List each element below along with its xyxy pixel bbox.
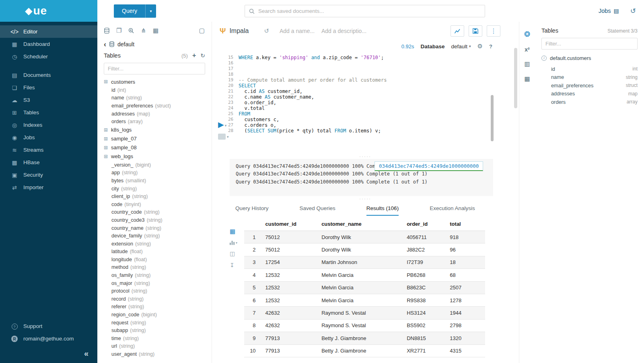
editor-scrollbar[interactable] xyxy=(491,95,494,141)
result-row[interactable]: 412532Melvin GarciaPB626868 xyxy=(244,269,485,281)
code-line[interactable]: 22 c.name AS customer_name, xyxy=(228,94,519,100)
query-history-icon[interactable]: ↺ xyxy=(264,27,269,35)
panel-scrollbar[interactable] xyxy=(514,48,517,108)
documents-copy-icon[interactable]: ❐ xyxy=(116,27,121,34)
jobs-link[interactable]: Jobs ▤ xyxy=(599,8,619,14)
column-item-subapp[interactable]: subapp(string) xyxy=(97,326,212,334)
column-item-orders[interactable]: orders(array) xyxy=(97,118,212,126)
database-breadcrumb[interactable]: default xyxy=(117,41,134,47)
more-actions-button[interactable]: ⋮ xyxy=(487,25,500,37)
nav-item-support[interactable]: ? Support xyxy=(0,320,97,332)
result-row[interactable]: 977913Betty J. GiambroneDN88151320 xyxy=(244,332,485,344)
column-item-version[interactable]: _version_(bigint) xyxy=(97,161,212,169)
column-item-region-code[interactable]: region_code(bigint) xyxy=(97,311,212,319)
table-item-k8s-logs[interactable]: ⊞k8s_logs xyxy=(97,126,212,134)
back-chevron-icon[interactable]: ‹ xyxy=(104,41,106,48)
query-dropdown-caret[interactable]: ▾ xyxy=(145,4,156,18)
nav-item-scheduler[interactable]: ◷Scheduler xyxy=(0,50,97,63)
result-row[interactable]: 275012Dorothy WilkJ882C296 xyxy=(244,243,485,256)
resize-handle-bottom[interactable] xyxy=(212,196,519,201)
gear-icon[interactable]: ⚙ xyxy=(477,43,483,50)
columns-view-icon[interactable]: ◫ xyxy=(230,250,235,257)
result-row[interactable]: 512532Melvin GarciaB8623C2507 xyxy=(244,282,485,294)
column-item-os-family[interactable]: os_family(string) xyxy=(97,271,212,279)
code-line[interactable]: 21 c.id AS customer_id, xyxy=(228,89,519,94)
new-query-button[interactable]: Query ▾ xyxy=(114,4,156,18)
nav-item-s3[interactable]: ☁S3 xyxy=(0,94,97,106)
code-line[interactable]: 26 customers c, xyxy=(228,117,519,122)
column-item-time[interactable]: time(string) xyxy=(97,334,212,342)
result-row[interactable]: 612532Melvin GarciaR9S8381278 xyxy=(244,294,485,307)
column-item-country-code3[interactable]: country_code3(string) xyxy=(97,216,212,224)
result-row[interactable]: 175012Dorothy Wilk4056711918 xyxy=(244,231,485,243)
code-line[interactable]: 19-- Compute total amount per order for … xyxy=(228,77,519,83)
code-line[interactable]: 25FROM xyxy=(228,111,519,117)
code-line[interactable]: 28 (SELECT SUM(price * qty) total FROM o… xyxy=(228,128,519,134)
nav-item-indexes[interactable]: ◎Indexes xyxy=(0,119,97,131)
column-item-app[interactable]: app(string) xyxy=(97,169,212,177)
column-item-orders[interactable]: ordersarray xyxy=(551,98,638,106)
apps-grid-icon[interactable]: ▦ xyxy=(153,27,158,34)
column-item-latitude[interactable]: latitude(float) xyxy=(97,248,212,256)
column-item-id[interactable]: id(int) xyxy=(97,86,212,94)
nav-item-security[interactable]: ▣Security xyxy=(0,169,97,181)
column-item-extension[interactable]: extension(string) xyxy=(97,240,212,248)
result-row[interactable]: 317254Martin JohnsonI72T3918 xyxy=(244,256,485,269)
execute-button[interactable]: ▶ xyxy=(218,121,224,128)
column-item-addresses[interactable]: addresses(map) xyxy=(97,110,212,118)
functions-icon[interactable]: x² xyxy=(525,46,529,53)
column-header-total[interactable]: total xyxy=(446,221,485,227)
column-item-email-preferences[interactable]: email_preferencesstruct xyxy=(551,81,638,90)
download-icon[interactable]: ↧ xyxy=(230,262,235,268)
column-header-order-id[interactable]: order_id xyxy=(403,221,446,227)
row-limit-button[interactable] xyxy=(218,134,226,140)
hue-logo[interactable]: ◆ue xyxy=(0,0,97,22)
resize-handle-top[interactable] xyxy=(212,154,519,159)
zoom-in-icon[interactable] xyxy=(128,28,134,33)
nav-item-documents[interactable]: ▤Documents xyxy=(0,69,97,81)
query-button-label[interactable]: Query xyxy=(114,4,145,18)
tab-execution-analysis[interactable]: Execution Analysis xyxy=(430,201,475,216)
column-item-country-code[interactable]: country_code(string) xyxy=(97,208,212,217)
bag-icon[interactable]: ▢ xyxy=(199,27,205,34)
engine-label[interactable]: Impala xyxy=(229,27,249,35)
tab-results-106[interactable]: Results (106) xyxy=(366,201,399,216)
code-line[interactable]: 23 o.order_id, xyxy=(228,100,519,105)
sitemap-icon[interactable]: ⋔ xyxy=(141,27,146,34)
search-bar[interactable] xyxy=(245,5,485,17)
column-item-addresses[interactable]: addressesmap xyxy=(551,90,638,98)
grid-view-icon[interactable]: ▦ xyxy=(230,228,235,235)
nav-item-dashboard[interactable]: ▦Dashboard xyxy=(0,38,97,50)
code-line[interactable]: 15WHERE a.key = 'shipping' and a.zip_cod… xyxy=(228,55,519,60)
result-row[interactable]: 1077913Betty J. GiambroneXR27714315 xyxy=(244,345,485,357)
table-item-sample-07[interactable]: ⊞sample_07 xyxy=(97,134,212,143)
column-header-customer-name[interactable]: customer_name xyxy=(318,221,403,227)
code-line[interactable]: 17 xyxy=(228,66,519,72)
column-item-client-ip[interactable]: client_ip(string) xyxy=(97,192,212,200)
table-filter-input[interactable] xyxy=(108,66,201,72)
column-item-longitude[interactable]: longitude(float) xyxy=(97,256,212,264)
execute-options-caret[interactable]: ▾ xyxy=(225,124,227,128)
column-item-protocol[interactable]: protocol(string) xyxy=(97,287,212,295)
table-item-sample-08[interactable]: ⊞sample_08 xyxy=(97,143,212,152)
table-item-customers[interactable]: ⊞customers xyxy=(97,77,212,86)
nav-item-user[interactable]: R romain@gethue.com xyxy=(0,332,97,345)
active-table-item[interactable]: i default.customers xyxy=(541,53,638,63)
right-filter-input[interactable] xyxy=(545,41,634,47)
query-name-input[interactable] xyxy=(280,28,321,34)
column-item-request[interactable]: request(string) xyxy=(97,319,212,327)
search-input[interactable] xyxy=(258,8,481,14)
nav-item-jobs[interactable]: ◉Jobs xyxy=(0,131,97,144)
database-select[interactable]: default ▾ xyxy=(451,43,471,50)
row-limit-control[interactable]: ▾ xyxy=(218,134,229,140)
code-line[interactable]: 24 v.total xyxy=(228,105,519,111)
nav-item-tables[interactable]: ⊞Tables xyxy=(0,106,97,119)
calendar-icon[interactable]: ▦ xyxy=(524,75,530,82)
column-item-method[interactable]: method(string) xyxy=(97,264,212,272)
tab-saved-queries[interactable]: Saved Queries xyxy=(300,201,335,216)
code-editor[interactable]: 15WHERE a.key = 'shipping' and a.zip_cod… xyxy=(212,52,519,154)
tab-query-history[interactable]: Query History xyxy=(235,201,269,216)
table-item-web-logs[interactable]: ⊞web_logs xyxy=(97,152,212,161)
chart-button[interactable] xyxy=(451,25,464,37)
nav-item-streams[interactable]: ≋Streams xyxy=(0,144,97,156)
